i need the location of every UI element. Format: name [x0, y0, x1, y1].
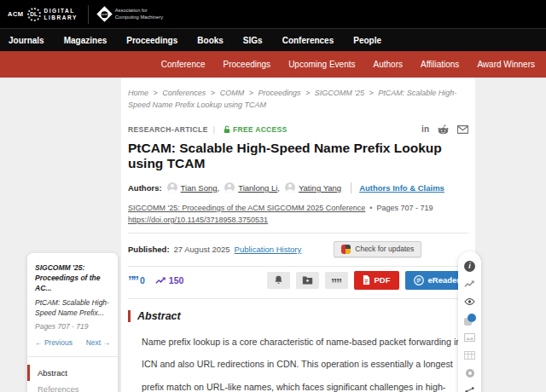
authors-info-claims-link[interactable]: Authors Info & Claims — [359, 183, 444, 193]
sidebar-article-title: PtCAM: Scalable High-Speed Name Prefix..… — [35, 298, 110, 319]
check-for-updates-button[interactable]: Check for updates — [334, 241, 421, 257]
author-link-tianlong-li[interactable]: Tianlong Li — [238, 183, 277, 193]
author-link-yating-yang[interactable]: Yating Yang — [299, 183, 341, 193]
author-avatar — [285, 182, 295, 193]
author-avatar — [167, 182, 177, 193]
breadcrumb-conferences[interactable]: Conferences — [162, 89, 206, 97]
media-button[interactable] — [464, 331, 476, 343]
nav-people[interactable]: People — [353, 36, 381, 45]
ereader-icon — [414, 275, 424, 285]
article-panel: Home > Conferences > COMM > Proceedings … — [121, 78, 475, 392]
eye-icon — [464, 298, 475, 305]
add-to-binder-button[interactable] — [296, 272, 319, 289]
info-icon: i — [464, 261, 475, 272]
breadcrumb-proceedings[interactable]: Proceedings — [258, 89, 300, 97]
breadcrumb-separator: > — [369, 89, 374, 97]
venue-row: SIGCOMM '25: Proceedings of the ACM SIGC… — [128, 204, 468, 212]
alerts-button[interactable] — [267, 272, 290, 289]
published-row: Published: 27 August 2025 Publication Hi… — [128, 241, 468, 257]
author-separator: , — [277, 183, 280, 193]
section-nav-references[interactable]: References — [27, 381, 118, 392]
author-link-tian-song[interactable]: Tian Song — [181, 183, 218, 193]
brand-divider — [88, 5, 89, 24]
pdf-label: PDF — [375, 275, 391, 285]
share-button[interactable] — [464, 385, 476, 392]
rednav-upcoming-events[interactable]: Upcoming Events — [288, 60, 355, 69]
top-brand-bar: ACM DL DIGITAL LIBRARY acm Association f… — [0, 0, 546, 28]
author-item: Tianlong Li, — [224, 182, 280, 193]
share-icon — [465, 387, 474, 392]
nav-conferences[interactable]: Conferences — [282, 36, 334, 45]
linkedin-icon[interactable]: in — [421, 124, 429, 134]
figures-button[interactable] — [464, 314, 476, 326]
breadcrumb-separator: > — [154, 89, 158, 97]
assoc-line1: Association for — [115, 8, 163, 14]
cite-button[interactable]: ”” — [325, 272, 348, 289]
breadcrumb-sigcomm25[interactable]: SIGCOMM '25 — [315, 89, 364, 97]
rednav-proceedings[interactable]: Proceedings — [224, 60, 271, 69]
sidebar-venue-title[interactable]: SIGCOMM '25: Proceedings of the AC... — [35, 263, 110, 294]
floating-tools-rail: i — [458, 251, 481, 392]
acm-diamond-mark: acm — [101, 11, 107, 18]
trending-icon — [155, 276, 166, 285]
acm-logo-text: ACM — [8, 10, 24, 18]
metrics-trend-icon — [464, 280, 475, 288]
check-updates-label: Check for updates — [355, 245, 414, 253]
abstract-heading: Abstract — [128, 310, 468, 322]
section-nav-abstract[interactable]: Abstract — [27, 365, 118, 381]
publication-history-link[interactable]: Publication History — [235, 245, 302, 254]
doi-row: https://doi.org/10.1145/3718958.3750531 — [128, 216, 468, 224]
library-text: LIBRARY — [44, 14, 78, 20]
acm-dl-logo[interactable]: ACM DL DIGITAL LIBRARY — [8, 8, 78, 21]
breadcrumb-comm[interactable]: COMM — [220, 89, 245, 97]
author-separator: , — [218, 183, 220, 193]
view-button[interactable] — [464, 296, 476, 308]
conference-nav: Conference Proceedings Upcoming Events A… — [0, 51, 546, 78]
article-type-row: RESEARCH-ARTICLE | FREE ACCESS in — [128, 124, 468, 135]
doi-link[interactable]: https://doi.org/10.1145/3718958.3750531 — [128, 216, 268, 224]
usage-metric[interactable]: 150 — [155, 275, 184, 285]
count-badge — [468, 314, 476, 322]
nav-books[interactable]: Books — [197, 36, 224, 45]
primary-nav: Journals Magazines Proceedings Books SIG… — [0, 28, 546, 51]
pdf-button[interactable]: PDF — [354, 271, 399, 290]
rednav-authors[interactable]: Authors — [374, 60, 403, 69]
author-item: Tian Song, — [167, 182, 220, 193]
rednav-affiliations[interactable]: Affiliations — [421, 60, 459, 69]
info-button[interactable]: i — [464, 260, 476, 272]
cite-quote-icon: ”” — [331, 274, 341, 285]
toc-sidebar-card: SIGCOMM '25: Proceedings of the AC... Pt… — [27, 253, 118, 392]
article-action-buttons: ”” PDF eReader — [267, 271, 469, 290]
next-article-link[interactable]: Next → — [86, 338, 110, 347]
nav-magazines[interactable]: Magazines — [64, 36, 107, 45]
nav-sigs[interactable]: SIGs — [243, 36, 263, 45]
nav-proceedings[interactable]: Proceedings — [126, 36, 177, 45]
disc-icon — [466, 369, 474, 378]
venue-link[interactable]: SIGCOMM '25: Proceedings of the ACM SIGC… — [128, 204, 365, 212]
citation-metric[interactable]: ”” 0 — [128, 275, 145, 285]
pages-label: Pages 707 - 719 — [377, 204, 433, 212]
authors-divider — [351, 182, 351, 193]
reddit-icon[interactable] — [438, 124, 449, 135]
acm-association-logo[interactable]: acm Association for Computing Machinery — [99, 8, 163, 20]
breadcrumb-separator: > — [211, 89, 215, 97]
ereader-label: eReader — [428, 275, 461, 285]
nav-journals[interactable]: Journals — [9, 36, 44, 45]
rednav-award-winners[interactable]: Award Winners — [477, 60, 535, 69]
media-disc-button[interactable] — [464, 367, 476, 379]
crossmark-icon — [341, 245, 351, 254]
breadcrumb-home[interactable]: Home — [128, 89, 148, 97]
citation-count: 0 — [140, 275, 145, 285]
email-icon[interactable] — [457, 125, 468, 134]
pdf-file-icon — [363, 275, 370, 285]
acm-diamond-icon: acm — [96, 6, 112, 21]
assoc-line2: Computing Machinery — [115, 14, 163, 21]
venue-bullet: • — [369, 204, 372, 212]
digital-text: DIGITAL — [44, 8, 78, 14]
metrics-button[interactable] — [464, 278, 476, 290]
previous-article-link[interactable]: ← Previous — [35, 338, 73, 347]
section-nav: Abstract References Index Terms Recommen… — [27, 356, 118, 392]
tables-button[interactable] — [464, 349, 476, 361]
rednav-conference[interactable]: Conference — [161, 60, 206, 69]
sidebar-pagination: ← Previous Next → — [35, 338, 110, 347]
